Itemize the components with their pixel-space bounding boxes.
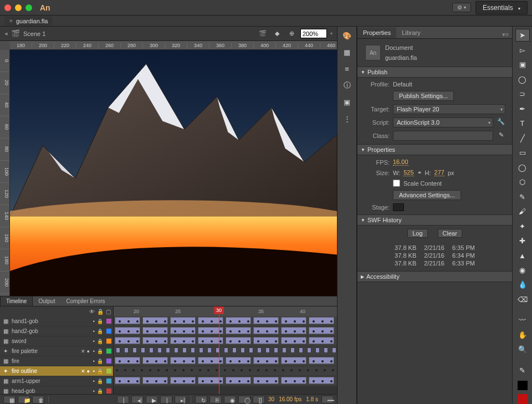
tab-properties[interactable]: Properties [357,27,396,38]
center-frame-button[interactable]: ⎘ [209,396,222,403]
visibility-icon[interactable]: 👁 [89,309,95,315]
stage[interactable]: 1802002202402602803003203403603804004204… [0,41,337,296]
paint-brush-tool[interactable]: ✦ [515,219,530,232]
eraser-tool[interactable]: ⌫ [515,293,530,306]
playhead[interactable]: 30 [219,306,219,394]
step-back-button[interactable]: ◂| [131,396,144,403]
bone-tool[interactable]: ✚ [515,234,530,247]
sync-settings-button[interactable]: ⚙ ▾ [452,3,471,12]
back-icon[interactable]: ◂ [4,30,8,37]
brush-tool[interactable]: 🖌 [515,205,530,218]
track[interactable] [114,376,337,386]
tab-library[interactable]: Library [396,27,426,38]
layer-toggles[interactable]: •🔒 [93,359,103,364]
edit-symbol-button[interactable]: ◆ [272,29,283,39]
zoom-tool[interactable]: 🔍 [515,343,530,356]
section-swf-history-header[interactable]: ▼ SWF History [357,214,512,226]
track[interactable] [114,356,337,366]
maximize-icon[interactable] [25,4,32,11]
tab-compiler-errors[interactable]: Compiler Errors [60,296,110,306]
more-dock-icon[interactable]: ⋮ [341,113,353,124]
line-tool[interactable]: ╱ [515,131,530,144]
layer-color-swatch[interactable] [106,339,111,344]
pen-tool[interactable]: ✒ [515,102,530,115]
wrench-icon[interactable]: 🔧 [497,118,505,127]
paint-bucket-tool[interactable]: ▲ [515,249,530,262]
close-tab-icon[interactable]: ✕ [9,18,13,24]
link-icon[interactable]: ⚭ [417,170,422,176]
section-publish-header[interactable]: ▼ Publish [357,67,512,78]
tab-output[interactable]: Output [33,296,60,306]
layer-toggles[interactable]: •🔒 [93,379,103,384]
publish-settings-button[interactable]: Publish Settings... [393,91,454,101]
track[interactable] [114,336,337,346]
layer-color-swatch[interactable] [106,349,111,354]
section-properties-header[interactable]: ▼ Properties [357,144,512,155]
outline-icon[interactable]: ▢ [106,309,111,315]
track[interactable] [114,326,337,336]
subselection-tool[interactable]: ▻ [515,43,530,56]
onion-skin-button[interactable]: ◉ [224,396,236,403]
layer-toggles[interactable]: •🔒 [93,349,103,354]
frame-ruler[interactable]: 2025303540 [114,306,337,316]
onion-skin-outlines-button[interactable]: ◯ [238,396,250,403]
advanced-settings-button[interactable]: Advanced Settings... [393,190,461,200]
stroke-color-icon[interactable]: ✎ [515,364,530,376]
track[interactable] [114,366,337,376]
layer-toggles[interactable]: •🔒 [93,319,103,324]
target-dropdown[interactable]: Flash Player 20 ▾ [393,104,505,114]
stroke-color-swatch[interactable] [518,381,528,391]
hand-tool[interactable]: ✋ [515,329,530,341]
play-button[interactable]: ▶ [146,396,158,403]
script-dropdown[interactable]: ActionScript 3.0 ▾ [393,117,493,127]
lock-icon[interactable]: 🔒 [97,309,104,315]
layer-toggles[interactable]: •🔒 [93,329,103,334]
tab-timeline[interactable]: Timeline [0,296,33,306]
fit-button[interactable]: ⊕ [286,29,297,39]
width-input[interactable]: 525 [403,169,413,176]
pencil-icon[interactable]: ✎ [497,131,505,140]
layer-color-swatch[interactable] [106,369,111,374]
swatches-icon[interactable]: ▦ [341,47,353,58]
rewind-button[interactable]: |◂ [117,396,129,403]
timeline-scrollbar[interactable] [114,386,337,394]
free-transform-tool[interactable]: ▣ [515,58,530,71]
layer-row[interactable]: ▦ hand2-gob •🔒 [0,326,113,336]
layer-color-swatch[interactable] [106,379,111,383]
track[interactable] [114,346,337,356]
zoom-input[interactable] [300,29,327,38]
chevron-down-icon[interactable]: ▾ [330,31,332,36]
panel-menu-icon[interactable]: ▾≡ [502,31,512,38]
new-folder-button[interactable]: 📁 [18,396,30,403]
layer-toggles[interactable]: •🔒 [93,388,103,394]
layer-color-swatch[interactable] [106,359,111,364]
transform-icon[interactable]: ▣ [341,96,353,108]
step-forward-button[interactable]: |▸ [160,396,172,403]
3d-rotate-tool[interactable]: ◯ [515,73,530,85]
swf-log-button[interactable]: Log [407,229,427,238]
info-icon[interactable]: ⓘ [341,80,353,91]
rectangle-tool[interactable]: ▭ [515,146,530,159]
tracks[interactable] [114,316,337,386]
layer-row[interactable]: ▦ hand1-gob •🔒 [0,316,113,326]
lasso-tool[interactable]: ⊃ [515,88,530,100]
layer-toggles[interactable]: •🔒 [93,339,103,344]
oval-tool[interactable]: ◯ [515,161,530,173]
layer-color-swatch[interactable] [106,319,111,324]
workspace-switcher[interactable]: Essentials ▾ [475,1,528,14]
document-tab[interactable]: ✕ guardian.fla [4,16,53,26]
layer-row[interactable]: ✦ fire palette ✕ ● •🔒 [0,346,113,356]
align-icon[interactable]: ≡ [341,63,353,74]
color-palette-icon[interactable]: 🎨 [341,30,353,41]
height-input[interactable]: 277 [434,169,444,176]
canvas[interactable] [10,50,337,296]
timeline-zoom-slider[interactable]: ━━ [321,396,334,403]
fill-color-swatch[interactable] [518,394,528,404]
edit-multiple-button[interactable]: [] [253,396,265,403]
scale-content-checkbox[interactable] [393,180,400,187]
layer-row[interactable]: ▦ arm1-upper •🔒 [0,376,113,386]
delete-layer-button[interactable]: 🗑 [32,396,44,403]
new-layer-button[interactable]: ▦ [3,396,16,403]
selection-tool[interactable]: ➤ [515,29,530,42]
layer-row[interactable]: ▦ fire •🔒 [0,356,113,366]
